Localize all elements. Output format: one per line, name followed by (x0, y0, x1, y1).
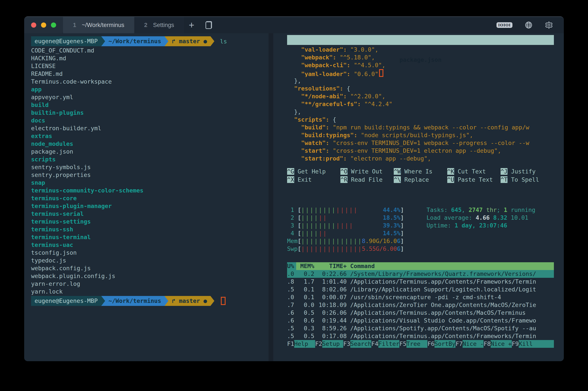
text-segment: }, (294, 108, 301, 115)
terminal-pane-left[interactable]: eugene@Eugenes-MBP ~/Work/terminus ↱ mas… (24, 33, 269, 361)
column-header-command[interactable]: Command (347, 262, 554, 270)
text-segment: , (469, 132, 473, 138)
process-cell: 0:26.06 (314, 309, 347, 317)
text-segment: : (343, 46, 350, 53)
text-segment (287, 124, 301, 131)
process-row[interactable]: .60.60:19.44 /Applications/Visual Studio… (287, 317, 554, 324)
zoom-window-button[interactable] (51, 22, 56, 28)
process-cell: /Applications/Visual Studio Code.app/Con… (347, 317, 554, 324)
nano-code-line: "val-loader": "3.0.0", (287, 46, 554, 54)
fkey-label[interactable]: SortBy (435, 340, 456, 348)
text-segment: : (340, 85, 347, 92)
tab-settings[interactable]: 2 Settings (134, 17, 184, 33)
process-cell: /Applications/Terminus.app/Contents/Fram… (347, 332, 554, 340)
htop-stat-line: Tasks: 645, 2747 thr; 1 running (427, 206, 535, 214)
directory-entry: node_modules (31, 140, 269, 148)
text-segment (287, 101, 301, 107)
text-segment: : (326, 140, 333, 146)
directory-entry: snap (31, 179, 269, 187)
file-entry: tsconfig.json (31, 249, 269, 257)
shortcut-key: ^R (340, 176, 348, 183)
gear-icon[interactable] (545, 21, 553, 29)
serial-port-icon[interactable]: IOIOI (497, 22, 513, 28)
fkey-label[interactable]: Filter (378, 340, 400, 348)
nano-code-line: "resolutions": { (287, 85, 554, 93)
tab-number: 2 (144, 22, 147, 28)
fkey-label[interactable]: Nice - (463, 340, 484, 348)
git-dirty-dot: ● (204, 38, 207, 44)
process-cell: .0 (287, 270, 296, 278)
process-row[interactable]: .00.10:00.07 /usr/sbin/screencapture -pd… (287, 293, 554, 301)
fkey-label[interactable]: Setup (322, 340, 343, 348)
globe-icon[interactable] (524, 21, 533, 29)
text-segment: : (326, 124, 333, 131)
pane-divider[interactable] (269, 33, 273, 361)
process-row[interactable]: .81.71:01.40 /Applications/Terminus.app/… (287, 278, 554, 286)
fkey-f2: F2 (315, 340, 322, 348)
column-header-mem%[interactable]: MEM% (296, 262, 314, 270)
process-row[interactable]: .50.18:02.06 /Library/Application Suppor… (287, 286, 554, 293)
column-header-time+[interactable]: TIME+ (314, 262, 347, 270)
new-tab-button[interactable]: + (189, 20, 194, 30)
htop-meter: 2 [||||||18.5%] (287, 214, 421, 222)
fkey-f4: F4 (371, 340, 378, 348)
nano-code-line: "**/graceful-fs": "^4.2.4" (287, 100, 554, 108)
tab-work-terminus[interactable]: 1 ~/Work/terminus (63, 17, 134, 33)
text-segment: 1 day, 23:07:46 (455, 222, 507, 229)
powerline-separator (101, 296, 105, 306)
shortcut-label: Paste Text (454, 176, 493, 183)
powerline-separator (164, 36, 168, 46)
process-cell: 8:59.26 (314, 324, 347, 332)
prompt-path-segment: ~/Work/terminus (105, 296, 165, 306)
file-entry: sentry.properties (31, 171, 269, 179)
file-entry: webpack.config.js (31, 264, 269, 272)
process-row[interactable]: .70.010:18.09 /Applications/ZeroTier One… (287, 301, 554, 309)
process-cell: .6 (287, 309, 296, 317)
directory-entry: extras (31, 132, 269, 140)
nano-shortcut: ^X Exit (287, 176, 340, 184)
nano-code-line: }, (287, 77, 554, 85)
prompt-git-segment: ↱ master ● (168, 36, 211, 46)
shortcut-key: ^X (287, 176, 294, 183)
close-window-button[interactable] (31, 22, 36, 28)
process-cell: /usr/sbin/screencapture -pdi -z cmd-shif… (347, 293, 554, 301)
process-cell: .6 (287, 317, 296, 324)
directory-entry: app (31, 86, 269, 93)
terminal-pane-right[interactable]: GNU nano 4.5 package.json "val-loader": … (273, 33, 564, 361)
process-cell: 1.7 (296, 278, 314, 286)
fkey-label[interactable]: Tree (406, 340, 428, 348)
process-row[interactable]: .60.50:26.06 /Applications/Terminus.app/… (287, 309, 554, 317)
git-branch-icon: ↱ (172, 38, 175, 44)
file-entry: CODE_OF_CONDUCT.md (31, 47, 269, 54)
minimize-window-button[interactable] (41, 22, 46, 28)
fkey-label[interactable]: Nice + (491, 340, 512, 348)
file-entry: Terminus.code-workspace (31, 78, 269, 86)
text-segment: "^5.18.0" (340, 54, 371, 61)
text-segment (287, 155, 301, 162)
prompt-path-segment: ~/Work/terminus (105, 36, 165, 46)
process-row[interactable]: .00.20:22.66 /System/Library/Frameworks/… (287, 270, 554, 278)
titlebar-icons: IOIOI (497, 17, 564, 33)
nano-shortcut: ^K Cut Text (447, 168, 501, 175)
process-cell: 0.3 (296, 324, 314, 332)
file-entry: yarn-error.log (31, 280, 269, 288)
htop-meter: Swp[|||||||||||||||||5.55G/6.00G] (287, 245, 421, 253)
process-row[interactable]: .50.38:59.26 /Applications/Spotify.app/C… (287, 324, 554, 332)
text-segment: "val-loader" (301, 46, 343, 53)
duplicate-tab-icon[interactable] (206, 21, 212, 29)
text-segment: , (462, 206, 469, 213)
file-entry: appveyor.yml (31, 93, 269, 101)
directory-entry: terminus-serial (31, 210, 269, 218)
terminus-window: 1 ~/Work/terminus 2 Settings + IOIOI (24, 16, 564, 361)
file-entry: HACKING.md (31, 54, 269, 62)
directory-entry: terminus-plugin-manager (31, 202, 269, 210)
fkey-label[interactable]: Kill (519, 340, 554, 348)
fkey-label[interactable]: Search (350, 340, 371, 348)
text-segment: : (357, 101, 364, 107)
process-cell: /Applications/ZeroTier One.app/Contents/… (347, 301, 554, 309)
process-cell: 0.5 (296, 309, 314, 317)
process-table-header[interactable]: U%MEM%TIME+ Command (287, 262, 554, 270)
column-header-u%[interactable]: U% (287, 262, 296, 270)
fkey-label[interactable]: Help (294, 340, 315, 348)
process-row[interactable]: .50.50:17.08 /Applications/Terminus.app/… (287, 332, 554, 340)
